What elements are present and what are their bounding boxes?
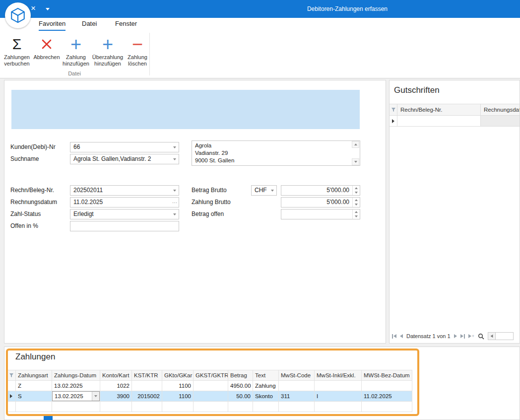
nav-next-button[interactable] (454, 334, 457, 338)
chevron-down-icon[interactable] (46, 8, 50, 10)
cell[interactable] (228, 402, 253, 412)
zahlung-brutto-field[interactable]: 5'000.00 (281, 197, 360, 208)
suchname-combo[interactable]: Agrola St. Gallen,Vadianstr. 2 (70, 154, 179, 164)
cell[interactable]: 1022 (100, 381, 132, 391)
rechnungsdatum-field[interactable]: 11.02.2025 … (70, 197, 179, 208)
cell[interactable]: 1100 (162, 381, 194, 391)
cell[interactable] (194, 381, 228, 391)
cell[interactable] (52, 402, 100, 412)
col-header-gkto-gkar[interactable]: GKto/GKar (162, 370, 194, 381)
col-header-gkst-gktr[interactable]: GKST/GKTR (194, 370, 228, 381)
nav-prev-button[interactable] (400, 334, 403, 338)
rechn-nr-combo[interactable]: 202502011 (70, 185, 179, 196)
spin-buttons[interactable] (352, 198, 360, 207)
cell[interactable] (162, 402, 194, 412)
col-header-mwst-code[interactable]: MwSt-Code (279, 370, 315, 381)
kunden-nr-label: Kunden(Debi)-Nr (10, 142, 56, 152)
sigma-icon: Σ (12, 35, 22, 54)
red-x-icon (41, 38, 53, 50)
cell[interactable] (362, 381, 412, 391)
col-header-kst-ktr[interactable]: KST/KTR (132, 370, 162, 381)
spin-buttons[interactable] (352, 186, 360, 195)
filter-icon[interactable] (6, 370, 16, 381)
offen-prozent-field[interactable] (70, 221, 179, 231)
scroll-down-icon[interactable] (352, 158, 359, 165)
col-header-text[interactable]: Text (253, 370, 279, 381)
cell[interactable]: 11.02.2025 (362, 391, 412, 402)
cell[interactable] (194, 391, 228, 402)
col-header-konto-kart[interactable]: Konto/Kart (100, 370, 132, 381)
spin-buttons[interactable] (352, 210, 360, 219)
plus-icon: + (102, 35, 113, 54)
cell[interactable]: I (315, 391, 362, 402)
table-row-selected[interactable]: S 13.02.2025 3900 2015002 1100 50.00 Sko… (6, 391, 412, 402)
col-header-betrag[interactable]: Betrag (228, 370, 253, 381)
table-row[interactable]: Z 13.02.2025 1022 1100 4950.00 Zahlung (6, 381, 412, 391)
chevron-down-icon[interactable] (171, 210, 179, 219)
cell[interactable] (315, 402, 362, 412)
cell[interactable] (279, 402, 315, 412)
ellipsis-icon[interactable]: … (171, 198, 179, 207)
scroll-up-icon[interactable] (352, 141, 359, 148)
nav-first-button[interactable] (392, 334, 396, 339)
cell[interactable] (16, 402, 52, 412)
cell[interactable] (279, 381, 315, 391)
chevron-down-icon[interactable] (171, 186, 179, 195)
betrag-brutto-field[interactable]: 5'000.00 (281, 185, 360, 196)
col-header-mwst-bez-datum[interactable]: MWSt-Bez-Datum (362, 370, 412, 381)
col-header-zahlungs-datum[interactable]: Zahlungs-Datum (52, 370, 100, 381)
chevron-down-icon[interactable] (92, 392, 99, 401)
cell[interactable] (315, 381, 362, 391)
cell[interactable]: S (16, 391, 52, 402)
cell[interactable]: 13.02.2025 (52, 381, 100, 391)
col-header-mwst-inkl-exkl[interactable]: MwSt-Inkl/Exkl. (315, 370, 362, 381)
table-row[interactable] (6, 402, 412, 412)
kunden-nr-combo[interactable]: 66 (70, 142, 179, 152)
cell[interactable] (132, 381, 162, 391)
cell[interactable]: Zahlung (253, 381, 279, 391)
cell[interactable]: 4950.00 (228, 381, 253, 391)
cell[interactable] (362, 402, 412, 412)
cell[interactable] (194, 402, 228, 412)
betrag-offen-field[interactable] (281, 209, 360, 219)
scroll-left-icon[interactable] (488, 333, 496, 340)
zahlung-loeschen-button[interactable]: − Zahlung löschen (125, 34, 150, 67)
currency-combo[interactable]: CHF (251, 185, 277, 196)
titlebar: × Debitoren-Zahlungen erfassen (0, 0, 520, 18)
col-header-zahlungsart[interactable]: Zahlungsart (16, 370, 52, 381)
nav-last-button[interactable] (460, 334, 465, 339)
cell[interactable] (100, 402, 132, 412)
tab-favoriten[interactable]: Favoriten (39, 18, 65, 31)
col-header-rechn-beleg-nr[interactable]: Rechn/Beleg-Nr. (397, 104, 481, 116)
table-row[interactable] (390, 116, 520, 127)
address-memo[interactable]: Agrola Vadianstr. 29 9000 St. Gallen (192, 140, 360, 166)
filter-icon[interactable] (390, 104, 397, 116)
zahlung-hinzufuegen-button[interactable]: + Zahlung hinzufügen (62, 34, 90, 67)
cell[interactable] (253, 402, 279, 412)
zahlungen-verbuchen-button[interactable]: Σ Zahlungen verbuchen (2, 34, 32, 67)
close-icon[interactable]: × (31, 3, 36, 13)
zahl-status-combo[interactable]: Erledigt (70, 209, 179, 219)
cell[interactable]: 2015002 (132, 391, 162, 402)
cell[interactable] (132, 402, 162, 412)
chevron-down-icon[interactable] (268, 186, 276, 195)
cell[interactable] (397, 116, 481, 127)
cell[interactable]: 311 (279, 391, 315, 402)
horizontal-scrollbar[interactable] (488, 332, 514, 340)
col-header-rechnungsdatum[interactable]: Rechnungsdatu (481, 104, 520, 116)
cell[interactable]: Skonto (253, 391, 279, 402)
chevron-down-icon[interactable] (171, 142, 179, 152)
tab-datei[interactable]: Datei (82, 18, 97, 31)
tab-fenster[interactable]: Fenster (115, 18, 137, 31)
abbrechen-button[interactable]: Abbrechen (33, 34, 61, 61)
cell (481, 116, 520, 127)
search-icon[interactable] (478, 333, 484, 340)
cell[interactable]: 1100 (162, 391, 194, 402)
ueberzahlung-hinzufuegen-button[interactable]: + Überzahlung hinzufügen (91, 34, 124, 67)
cell[interactable]: 50.00 (228, 391, 253, 402)
cell[interactable]: 3900 (100, 391, 132, 402)
nav-append-button[interactable]: + (468, 334, 474, 339)
chevron-down-icon[interactable] (171, 154, 179, 164)
cell[interactable]: Z (16, 381, 52, 391)
date-editor[interactable]: 13.02.2025 (52, 391, 100, 402)
